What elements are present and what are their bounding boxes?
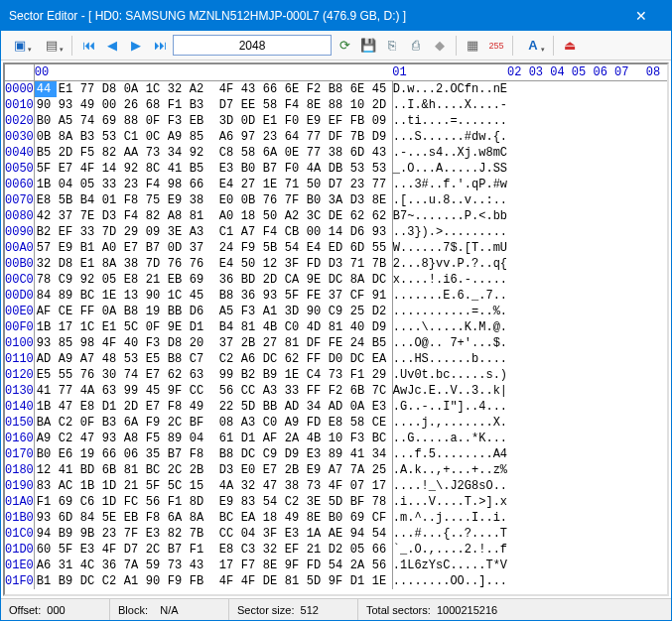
hex-row[interactable]: 00E0AFCEFF0AB819BBD6A5F3A13D90C925D2....… <box>5 304 669 319</box>
fill-button[interactable]: ◆ <box>429 35 451 57</box>
ascii-cell[interactable]: ........OO..]... <box>392 573 507 589</box>
hex-row[interactable]: 0040B52DF582AA733492C8586A0E77386D43.-..… <box>5 145 669 161</box>
font-dropdown[interactable]: A <box>518 35 548 57</box>
hex-row[interactable]: 0090B2EF337D29093EA3C1A7F4CB0014D693..3}… <box>5 224 669 240</box>
hex-row[interactable]: 00300B8AB353C10CA985A697236477DF7BD9...S… <box>5 129 669 145</box>
ascii-cell[interactable]: .1L6zYsC.....T*V <box>392 558 507 573</box>
hex-row[interactable]: 0120E555763074E7626399B2B91EC473F129.Uv0… <box>5 367 669 383</box>
ascii-cell[interactable]: .[...u.8..v..:.. <box>392 192 507 208</box>
ascii-cell[interactable]: ...O@.. 7+'...$. <box>392 335 507 351</box>
hex-row[interactable]: 00B032D8E18A387D7676E450123FFDD3717B2...… <box>5 256 669 272</box>
hex-row[interactable]: 00C078C99205E821EB6936BD2DCA9EDC8ADCx...… <box>5 272 669 288</box>
ascii-cell[interactable]: ..ti....=....... <box>392 113 507 129</box>
hex-bytes[interactable]: B0A57469880FF3EB3D0DE1F0E9EFFB09 <box>34 113 392 129</box>
hex-bytes[interactable]: F169C61DFC56F18DE98354C23E5DBF78 <box>34 494 392 510</box>
hex-bytes[interactable]: B0E619660635B7F8B8DCC9D9E3894134 <box>34 446 392 462</box>
hex-row[interactable]: 01009385984F40F3D820372B2781DFFE24B5...O… <box>5 335 669 351</box>
prev-button[interactable]: ◀ <box>101 35 123 57</box>
hex-bytes[interactable]: E555763074E7626399B2B91EC473F129 <box>34 367 392 383</box>
hex-bytes[interactable]: 57E9B1A0E7B70D3724F95B54E4ED6D55 <box>34 240 392 256</box>
print-button[interactable]: ⎙ <box>405 35 427 57</box>
ascii-cell[interactable]: B7~.......P.<.bb <box>392 208 507 224</box>
hex-row[interactable]: 013041774A6399459FCC56CCA333FFF26B7CAwJc… <box>5 383 669 399</box>
hex-bytes[interactable]: 41774A6399459FCC56CCA333FFF26B7C <box>34 383 392 399</box>
hex-bytes[interactable]: ADA9A74853E5B8C7C2A6DC62FFD0DCEA <box>34 351 392 367</box>
close-button[interactable]: ✕ <box>618 1 663 31</box>
hex-bytes[interactable]: 8489BC1E13901C45B836935FFE37CF91 <box>34 288 392 304</box>
ascii-cell[interactable]: _.O...A.....J.SS <box>392 161 507 177</box>
hex-row[interactable]: 0150BAC20FB36AF92CBF08A3C0A9FDE858CE....… <box>5 415 669 431</box>
hex-bytes[interactable]: B2EF337D29093EA3C1A7F4CB0014D693 <box>34 224 392 240</box>
hex-bytes[interactable]: 83AC1B1D215F5C154A324738734F0717 <box>34 478 392 494</box>
hex-bytes[interactable]: 936D845EEBF86A8ABCEA18498EB069CF <box>34 510 392 526</box>
ascii-cell[interactable]: ...3#..f.'.qP.#w <box>392 177 507 192</box>
next-button[interactable]: ▶ <box>125 35 147 57</box>
ascii-cell[interactable]: .A.k..,+...+..z% <box>392 462 507 478</box>
hex-bytes[interactable]: 42377ED3F482A881A01850A23CDE6262 <box>34 208 392 224</box>
hex-bytes[interactable]: 9385984F40F3D820372B2781DFFE24B5 <box>34 335 392 351</box>
hex-row[interactable]: 01D0605FE34FD72CB7F1E8C332EF21D20566`_.O… <box>5 542 669 558</box>
hex-row[interactable]: 0110ADA9A74853E5B8C7C2A6DC62FFD0DCEA...H… <box>5 351 669 367</box>
ascii-cell[interactable]: ..I.&h....X....- <box>392 97 507 113</box>
hex-bytes[interactable]: 32D8E18A387D7676E450123FFDD3717B <box>34 256 392 272</box>
ascii-cell[interactable]: ...f.5........A4 <box>392 446 507 462</box>
ascii-cell[interactable]: x....!.i6.-..... <box>392 272 507 288</box>
hex-row[interactable]: 0020B0A57469880FF3EB3D0DE1F0E9EFFB09..ti… <box>5 113 669 129</box>
hex-bytes[interactable]: BAC20FB36AF92CBF08A3C0A9FDE858CE <box>34 415 392 431</box>
ascii-cell[interactable]: ...S......#dw.{. <box>392 129 507 145</box>
hex-bytes[interactable]: 1B04053323F49866E4271E7150D72377 <box>34 177 392 192</box>
hex-bytes[interactable]: 1241BD6B81BC2C2BD3E0E72BE9A77A25 <box>34 462 392 478</box>
hex-row[interactable]: 00601B04053323F49866E4271E7150D72377...3… <box>5 177 669 192</box>
hex-bytes[interactable]: A6314C367A59734317F78E9FFD542A56 <box>34 558 392 573</box>
hex-bytes[interactable]: A9C24793A8F5890461D1AF2A4B10F3BC <box>34 431 392 446</box>
ascii-cell[interactable]: ..G.....a..*K... <box>392 431 507 446</box>
hex-bytes[interactable]: 5FE74F14928C41B5E3B0B7F04ADB5353 <box>34 161 392 177</box>
ascii-cell[interactable]: ...HS......b.... <box>392 351 507 367</box>
hex-row[interactable]: 01B0936D845EEBF86A8ABCEA18498EB069CF.m.^… <box>5 510 669 526</box>
char-button[interactable]: 255 <box>485 35 507 57</box>
hex-row[interactable]: 0070E85BB401F875E938E00B767FB03AD38E.[..… <box>5 192 669 208</box>
ascii-cell[interactable]: .i...V....T.>].x <box>392 494 507 510</box>
hex-row[interactable]: 019083AC1B1D215F5C154A324738734F0717....… <box>5 478 669 494</box>
hex-row[interactable]: 01401B47E8D12DE7F849225DBBAD34AD0AE3.G..… <box>5 399 669 415</box>
exit-button[interactable]: ⏏ <box>559 35 581 57</box>
hex-bytes[interactable]: 94B99B237FE3827BCC043FE31AAE9454 <box>34 526 392 542</box>
ascii-cell[interactable]: .G..-..I"]..4... <box>392 399 507 415</box>
hex-row[interactable]: 00505FE74F14928C41B5E3B0B7F04ADB5353_.O.… <box>5 161 669 177</box>
hex-row[interactable]: 01F0B1B9DCC2A190F9FB4F4FDE815D9FD11E....… <box>5 573 669 589</box>
copy-button[interactable]: ⎘ <box>381 35 403 57</box>
hex-row[interactable]: 01E0A6314C367A59734317F78E9FFD542A56.1L6… <box>5 558 669 573</box>
hex-bytes[interactable]: 0B8AB353C10CA985A697236477DF7BD9 <box>34 129 392 145</box>
ascii-cell[interactable]: W......7$.[T..mU <box>392 240 507 256</box>
refresh-button[interactable]: ⟳ <box>334 35 355 57</box>
ascii-cell[interactable]: `_.O.,....2.!..f <box>392 542 507 558</box>
hex-bytes[interactable]: AFCEFF0AB819BBD6A5F3A13D90C925D2 <box>34 304 392 319</box>
ascii-cell[interactable]: ....\.....K.M.@. <box>392 319 507 335</box>
ascii-cell[interactable]: .......E.6._.7.. <box>392 288 507 304</box>
hex-row[interactable]: 000044E177D80A1C32A24F43666EF2B86E45D.w.… <box>5 81 669 98</box>
ascii-cell[interactable]: .Uv0t.bc.....s.) <box>392 367 507 383</box>
hex-bytes[interactable]: 1B171CE15C0F9ED1B4814BC04D8140D9 <box>34 319 392 335</box>
hex-bytes[interactable]: B1B9DCC2A190F9FB4F4FDE815D9FD11E <box>34 573 392 589</box>
hex-row[interactable]: 01A0F169C61DFC56F18DE98354C23E5DBF78.i..… <box>5 494 669 510</box>
first-button[interactable]: ⏮ <box>77 35 99 57</box>
ascii-cell[interactable]: AwJc.E..V..3..k| <box>392 383 507 399</box>
open-dropdown[interactable]: ▣ <box>5 35 35 57</box>
ascii-cell[interactable]: ...#...{..?....T <box>392 526 507 542</box>
ascii-cell[interactable]: .m.^..j....I..i. <box>392 510 507 526</box>
hex-row[interactable]: 00D08489BC1E13901C45B836935FFE37CF91....… <box>5 288 669 304</box>
hex-bytes[interactable]: 1B47E8D12DE7F849225DBBAD34AD0AE3 <box>34 399 392 415</box>
hex-bytes[interactable]: 44E177D80A1C32A24F43666EF2B86E45 <box>34 81 392 98</box>
ascii-cell[interactable]: D.w...2.OCfn..nE <box>392 81 507 98</box>
ascii-cell[interactable]: ....!_\.J2G8sO.. <box>392 478 507 494</box>
calc-button[interactable]: ▦ <box>462 35 483 57</box>
hex-bytes[interactable]: 78C99205E821EB6936BD2DCA9EDC8ADC <box>34 272 392 288</box>
ascii-cell[interactable]: .-...s4..Xj.w8mC <box>392 145 507 161</box>
hex-bytes[interactable]: 605FE34FD72CB7F1E8C332EF21D20566 <box>34 542 392 558</box>
hex-row[interactable]: 008042377ED3F482A881A01850A23CDE6262B7~.… <box>5 208 669 224</box>
hex-row[interactable]: 00F01B171CE15C0F9ED1B4814BC04D8140D9....… <box>5 319 669 335</box>
sector-input[interactable] <box>173 35 332 56</box>
view-dropdown[interactable]: ▤ <box>37 35 67 57</box>
hex-row[interactable]: 0170B0E619660635B7F8B8DCC9D9E3894134...f… <box>5 446 669 462</box>
ascii-cell[interactable]: ..3}).>......... <box>392 224 507 240</box>
